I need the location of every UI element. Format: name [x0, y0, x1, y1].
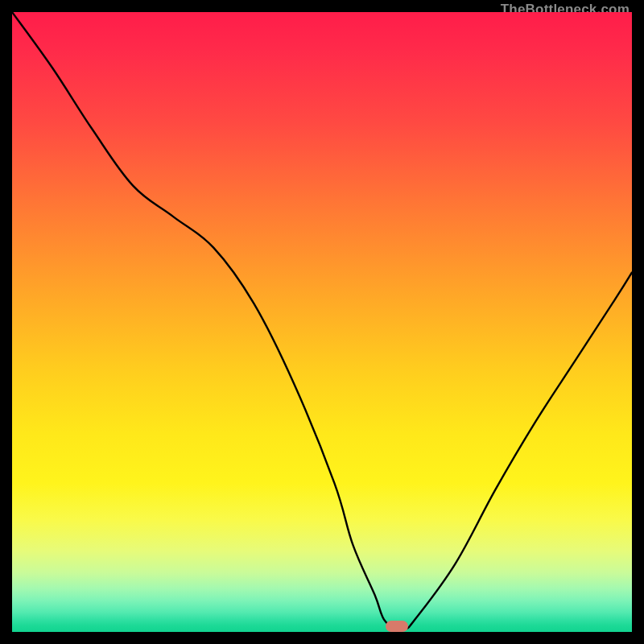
optimal-point-marker: [386, 621, 408, 632]
chart-frame: TheBottleneck.com: [0, 0, 644, 644]
bottleneck-curve-svg: [12, 12, 632, 632]
plot-area: [12, 12, 632, 632]
bottleneck-curve-line: [12, 12, 632, 630]
